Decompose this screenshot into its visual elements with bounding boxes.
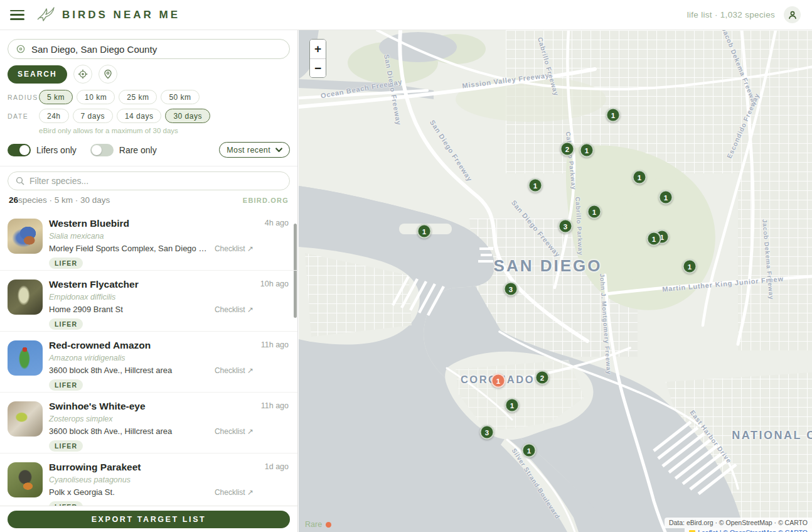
zoom-out-button[interactable]: − (310, 58, 326, 77)
sighting-location: 3600 block 8th Ave., Hillcrest area (49, 426, 208, 436)
radius-filter-row: RADIUS 5 km10 km25 km50 km (8, 90, 290, 104)
lifers-only-toggle[interactable] (8, 144, 31, 156)
map-marker[interactable]: 2 (535, 371, 550, 385)
profile-button[interactable] (784, 6, 801, 23)
radius-chip-10-km[interactable]: 10 km (77, 90, 115, 104)
map-marker[interactable]: 1 (587, 205, 602, 219)
bird-scientific-name: Sialia mexicana (49, 232, 289, 241)
map-marker[interactable]: 1 (580, 143, 594, 158)
map-marker[interactable]: 3 (558, 219, 573, 234)
bird-card[interactable]: 10h ago Western Flycatcher Empidonax dif… (0, 271, 297, 332)
app-title: BIRDS NEAR ME (62, 9, 180, 21)
map-marker[interactable]: 1 (683, 259, 697, 274)
map-marker[interactable]: 1 (633, 170, 647, 185)
date-chips: 24h7 days14 days30 days (39, 109, 210, 123)
bird-photo (8, 340, 43, 376)
sighting-time: 11h ago (261, 401, 289, 410)
species-count-suffix: species · 5 km · 30 days (18, 195, 110, 205)
bird-name: Burrowing Parakeet (49, 462, 289, 473)
pick-on-map-button[interactable] (99, 65, 117, 84)
rare-legend: Rare (305, 520, 331, 529)
rare-only-label: Rare only (119, 145, 157, 155)
rare-only-toggle[interactable] (90, 144, 114, 156)
checklist-link[interactable]: Checklist ↗ (215, 427, 254, 436)
radius-chip-50-km[interactable]: 50 km (161, 90, 199, 104)
date-chip-7-days[interactable]: 7 days (73, 109, 113, 123)
zoom-control: + − (309, 39, 326, 78)
checklist-link[interactable]: Checklist ↗ (215, 366, 254, 375)
bird-scientific-name: Amazona viridigenalis (49, 354, 289, 362)
checklist-link[interactable]: Checklist ↗ (215, 305, 254, 314)
map-marker[interactable]: 1 (417, 224, 432, 239)
location-search-input[interactable]: San Diego, San Diego County (8, 39, 290, 59)
export-bar: EXPORT TARGET LIST (0, 506, 297, 532)
checklist-link[interactable]: Checklist ↗ (215, 244, 254, 253)
map-pin-icon (103, 69, 113, 79)
radius-label: RADIUS (8, 94, 39, 101)
bird-card[interactable]: 4h ago Western Bluebird Sialia mexicana … (0, 210, 297, 271)
bird-card[interactable]: 1d ago Burrowing Parakeet Cyanoliseus pa… (0, 453, 297, 514)
sidebar: San Diego, San Diego County SEARCH RADIU… (0, 30, 298, 532)
bird-photo (8, 280, 43, 315)
life-list-count: life list · 1,032 species (687, 10, 775, 19)
bird-name: Swinhoe's White-eye (49, 401, 289, 412)
map-base-svg (299, 30, 812, 532)
map-marker[interactable]: 1 (647, 232, 661, 246)
species-filter-field[interactable] (8, 171, 290, 190)
crosshair-icon (78, 69, 88, 79)
map[interactable]: SAN DIEGOCORONADONATIONAL CITOcean Beach… (299, 30, 812, 532)
bird-name: Western Flycatcher (49, 279, 289, 290)
bird-scientific-name: Cyanoliseus patagonus (49, 475, 289, 484)
lifer-badge: LIFER (49, 440, 83, 452)
location-value: San Diego, San Diego County (31, 44, 157, 55)
divider (0, 166, 297, 166)
leaflet-links[interactable]: Leaflet | © OpenStreetMap © CARTO (698, 529, 808, 532)
use-my-location-button[interactable] (73, 65, 92, 84)
zoom-in-button[interactable]: + (310, 40, 326, 58)
export-target-list-button[interactable]: EXPORT TARGET LIST (8, 511, 290, 528)
map-marker[interactable]: 3 (480, 425, 494, 440)
map-marker[interactable]: 2 (560, 142, 575, 156)
bird-name: Red-crowned Amazon (49, 340, 289, 351)
bird-card[interactable]: 11h ago Swinhoe's White-eye Zosterops si… (0, 393, 297, 453)
date-label: DATE (8, 112, 39, 120)
map-marker[interactable]: 1 (505, 398, 520, 413)
date-chip-14-days[interactable]: 14 days (117, 109, 162, 123)
map-marker[interactable]: 1 (522, 443, 537, 458)
lifer-badge: LIFER (49, 318, 83, 330)
map-marker[interactable]: 1 (659, 190, 673, 205)
bird-list[interactable]: 4h ago Western Bluebird Sialia mexicana … (0, 210, 297, 514)
lifer-badge: LIFER (49, 258, 83, 269)
map-marker[interactable]: 1 (528, 178, 543, 193)
bird-card[interactable]: 11h ago Red-crowned Amazon Amazona virid… (0, 332, 297, 393)
search-icon (16, 176, 24, 185)
sighting-time: 1d ago (265, 462, 289, 471)
species-filter-input[interactable] (29, 176, 282, 186)
header: BIRDS NEAR ME life list · 1,032 species (0, 0, 812, 30)
sort-select[interactable]: Most recent (219, 142, 290, 158)
date-chip-24h[interactable]: 24h (39, 109, 69, 123)
bird-photo (8, 219, 43, 254)
data-source-label: EBIRD.ORG (243, 197, 289, 204)
sighting-location: Home 2909 Brant St (49, 305, 208, 314)
sort-value: Most recent (227, 146, 270, 155)
lifer-badge: LIFER (49, 379, 83, 391)
map-attribution: Data: eBird.org · © OpenStreetMap · © CA… (665, 518, 812, 528)
location-pin-icon (16, 44, 26, 54)
map-marker[interactable]: 1 (606, 108, 621, 122)
app-root: BIRDS NEAR ME life list · 1,032 species … (0, 0, 812, 532)
radius-chip-25-km[interactable]: 25 km (119, 90, 157, 104)
menu-icon[interactable] (10, 10, 24, 20)
bird-scientific-name: Zosterops simplex (49, 415, 289, 423)
map-marker-rare[interactable]: 1 (491, 374, 506, 388)
radius-chip-5-km[interactable]: 5 km (39, 90, 73, 104)
checklist-link[interactable]: Checklist ↗ (215, 488, 254, 497)
search-button[interactable]: SEARCH (8, 65, 67, 84)
date-limit-note: eBird only allows for a maximum of 30 da… (39, 127, 290, 134)
date-filter-row: DATE 24h7 days14 days30 days (8, 109, 290, 123)
sighting-time: 10h ago (260, 280, 289, 288)
map-marker[interactable]: 3 (504, 282, 518, 296)
bird-logo-icon (37, 5, 56, 25)
species-count: 26 (9, 195, 18, 205)
date-chip-30-days[interactable]: 30 days (165, 109, 210, 123)
